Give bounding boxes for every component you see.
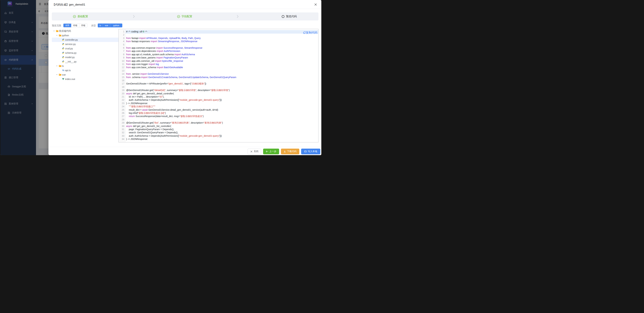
svg-text:TS: TS — [62, 70, 64, 71]
